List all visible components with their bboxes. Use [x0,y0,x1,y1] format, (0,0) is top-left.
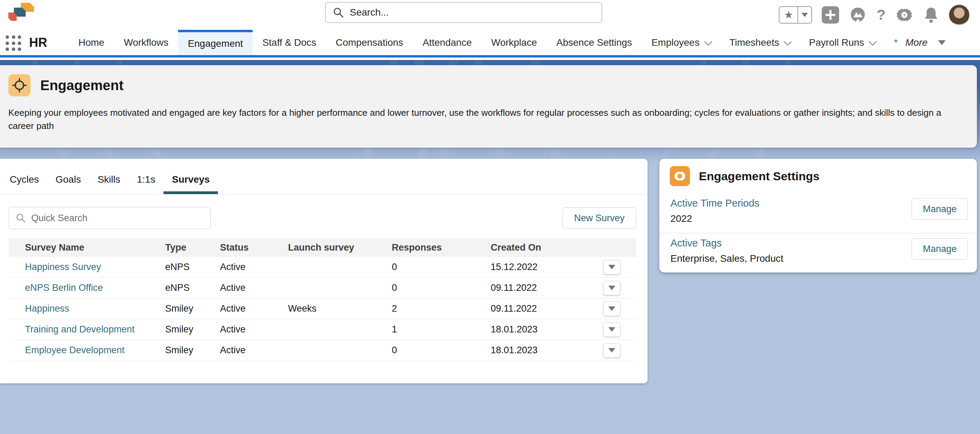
tab-goals[interactable]: Goals [47,174,89,194]
chevron-down-icon [608,286,615,290]
search-icon [333,7,344,18]
chevron-down-icon [608,327,615,332]
surveys-table-header: Survey Name Type Status Launch survey Re… [9,238,636,257]
survey-name-link[interactable]: Employee Development [9,345,165,356]
setting-active-time-periods: Active Time Periods 2022 Manage [659,193,977,233]
engagement-target-icon [8,74,30,97]
tab-surveys[interactable]: Surveys [164,174,218,194]
global-search-input[interactable]: Search... [325,2,602,23]
page-header-card: Engagement Keeping your employees motiva… [0,65,977,148]
quick-search-input[interactable]: Quick Search [9,207,211,229]
nav-tab-home[interactable]: Home [69,30,114,55]
survey-name-link[interactable]: Happiness [9,303,165,314]
nav-tab-compensations[interactable]: Compensations [326,30,413,55]
notifications-bell-icon[interactable] [923,6,939,24]
setup-gear-icon[interactable] [895,6,913,24]
chevron-down-icon [608,265,615,269]
manage-time-periods-button[interactable]: Manage [912,198,968,220]
chevron-down-icon [608,348,615,353]
row-actions-dropdown-button[interactable] [603,281,620,295]
nav-tab-timesheets[interactable]: Timesheets [720,30,800,55]
help-icon[interactable]: ? [877,6,886,23]
chevron-down-icon [938,40,946,45]
col-status: Status [220,242,288,253]
col-launch-survey: Launch survey [288,242,392,253]
row-actions-dropdown-button[interactable] [603,343,620,358]
trailhead-icon[interactable] [849,6,867,24]
favorites-dropdown-button[interactable] [797,7,811,23]
global-add-button[interactable] [822,6,839,24]
col-created-on: Created On [491,242,582,253]
company-logo [3,2,35,22]
header-actions: ★ ? [779,0,970,30]
favorites-button-group: ★ [779,6,812,24]
surveys-table: Survey Name Type Status Launch survey Re… [9,238,636,361]
nav-tab-engagement[interactable]: Engagement [178,30,253,55]
chevron-down-icon [784,38,792,45]
row-actions-dropdown-button[interactable] [603,260,620,274]
chevron-down-icon [869,38,877,45]
engagement-sub-tabs: Cycles Goals Skills 1:1s Surveys [0,159,648,195]
engagement-settings-card: Engagement Settings Active Time Periods … [659,159,977,272]
surveys-card: Cycles Goals Skills 1:1s Surveys Quick S… [0,159,648,383]
nav-tab-employees[interactable]: Employees [642,30,720,55]
quick-search-placeholder: Quick Search [31,213,88,223]
global-header: Search... ★ ? [0,0,980,30]
survey-name-link[interactable]: Happiness Survey [9,262,165,272]
col-survey-name: Survey Name [9,242,165,253]
col-type: Type [165,242,220,253]
table-row: eNPS Berlin Office eNPS Active 0 09.11.2… [9,278,636,298]
app-navigation-bar: HR Home Workflows Engagement Staff & Doc… [0,30,980,57]
tab-skills[interactable]: Skills [89,174,129,194]
chevron-down-icon [802,13,808,17]
table-row: Training and Development Smiley Active 1… [9,319,636,340]
app-launcher-icon[interactable] [6,35,22,51]
nav-tab-payroll-runs[interactable]: Payroll Runs [799,30,884,55]
settings-gear-icon [670,166,690,186]
chevron-down-icon [608,306,615,311]
app-name: HR [29,35,47,50]
col-responses: Responses [392,242,491,253]
table-row: Happiness Survey eNPS Active 0 15.12.202… [9,257,636,278]
global-search-placeholder: Search... [350,7,389,18]
table-row: Happiness Smiley Active Weeks 2 09.11.20… [9,298,636,319]
tab-1-1s[interactable]: 1:1s [129,174,164,194]
row-actions-dropdown-button[interactable] [603,302,620,316]
nav-items: Home Workflows Engagement Staff & Docs C… [69,30,955,55]
nav-more-menu[interactable]: *More [884,30,955,55]
nav-tab-staff-docs[interactable]: Staff & Docs [253,30,326,55]
nav-tab-attendance[interactable]: Attendance [413,30,482,55]
row-actions-dropdown-button[interactable] [603,322,620,337]
search-icon [16,213,26,223]
settings-card-title: Engagement Settings [699,169,820,183]
unsaved-asterisk: * [894,37,898,48]
survey-name-link[interactable]: eNPS Berlin Office [9,282,165,293]
nav-tab-absence-settings[interactable]: Absence Settings [547,30,642,55]
table-row: Employee Development Smiley Active 0 18.… [9,340,636,361]
page-title: Engagement [40,78,124,93]
page-description: Keeping your employees motivated and eng… [8,106,945,132]
tab-cycles[interactable]: Cycles [2,174,47,194]
nav-tab-workplace[interactable]: Workplace [481,30,547,55]
setting-active-tags: Active Tags Enterprise, Sales, Product M… [659,233,977,272]
star-icon: ★ [784,10,793,20]
favorites-star-button[interactable]: ★ [780,7,797,23]
page-background: Engagement Keeping your employees motiva… [0,60,980,434]
new-survey-button[interactable]: New Survey [563,207,636,229]
survey-name-link[interactable]: Training and Development [9,324,165,335]
user-avatar[interactable] [949,5,970,25]
chevron-down-icon [704,38,712,45]
nav-tab-workflows[interactable]: Workflows [114,30,178,55]
manage-tags-button[interactable]: Manage [912,238,968,260]
